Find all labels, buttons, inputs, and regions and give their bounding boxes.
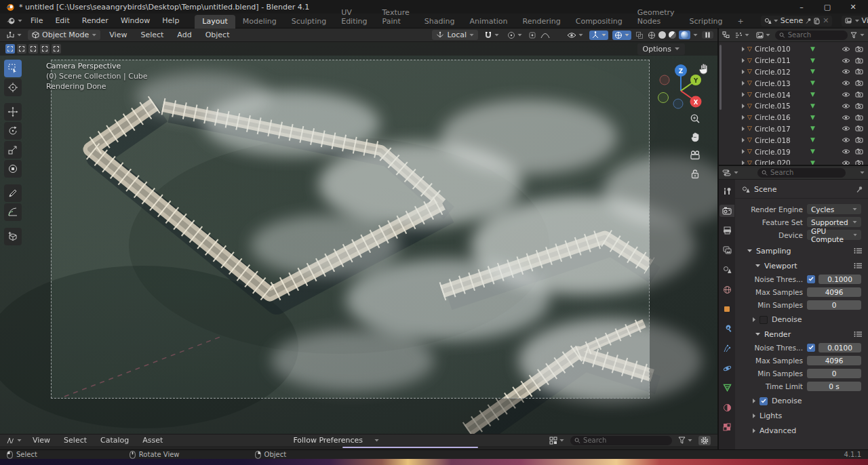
asset-filter-dropdown[interactable] <box>676 436 694 445</box>
expand-chevron-icon[interactable] <box>742 92 745 97</box>
unlink-scene-icon[interactable]: ✕ <box>823 16 829 25</box>
scene-selector[interactable]: Scene ✕ <box>761 16 833 26</box>
disable-render-camera-icon[interactable] <box>855 148 863 155</box>
catalog-filter-dropdown[interactable]: Follow Preferences <box>291 435 381 445</box>
outliner-row[interactable]: ▽ Circle.015 ▼ <box>719 100 868 112</box>
display-mode-dropdown[interactable] <box>733 31 751 39</box>
render-min-samples-field[interactable]: 0 <box>807 369 861 378</box>
select-mode-subtract-button[interactable] <box>28 44 38 54</box>
tab-physics[interactable] <box>719 362 734 374</box>
tab-particles[interactable] <box>719 342 734 355</box>
outliner-row[interactable]: ▽ Circle.013 ▼ <box>719 77 868 89</box>
properties-editor-icon[interactable] <box>722 169 731 177</box>
add-cube-tool[interactable] <box>4 228 22 245</box>
viewport-menu-view[interactable]: View <box>104 30 132 40</box>
tab-animation[interactable]: Animation <box>462 15 515 28</box>
tab-tool[interactable] <box>719 185 734 197</box>
outliner-search[interactable] <box>775 31 848 40</box>
viewport-denoise-toggle[interactable]: Denoise <box>735 313 868 326</box>
camera-view-button[interactable] <box>689 149 701 161</box>
time-limit-field[interactable]: 0 s <box>807 382 861 391</box>
asset-search-input[interactable] <box>583 437 668 444</box>
menu-file[interactable]: File <box>24 15 49 26</box>
tab-render[interactable] <box>719 205 734 217</box>
editor-type-button[interactable] <box>4 31 24 40</box>
asset-menu-catalog[interactable]: Catalog <box>96 435 134 445</box>
select-box-tool[interactable] <box>4 60 22 77</box>
hide-eye-icon[interactable] <box>842 68 850 75</box>
hide-eye-icon[interactable] <box>842 125 850 132</box>
tab-texture-paint[interactable]: Texture Paint <box>375 6 417 28</box>
app-menu-button[interactable] <box>4 16 24 26</box>
outliner-row[interactable]: ▽ Circle.016 ▼ <box>719 112 868 123</box>
perspective-lock-button[interactable] <box>689 167 701 180</box>
asset-menu-asset[interactable]: Asset <box>138 435 167 445</box>
disable-render-camera-icon[interactable] <box>855 80 863 86</box>
render-subsection-header[interactable]: Render <box>735 327 868 341</box>
hide-eye-icon[interactable] <box>842 92 850 98</box>
gizmos-toggle-dropdown[interactable] <box>589 31 608 40</box>
outliner-row[interactable]: ▽ Circle.012 ▼ <box>719 66 868 78</box>
outliner-row[interactable]: ▽ Circle.014 ▼ <box>719 89 868 100</box>
viewlayer-selector[interactable]: ViewLayer ✕ <box>842 16 868 26</box>
menu-edit[interactable]: Edit <box>49 15 75 26</box>
viewport-canvas[interactable]: Options Camera Perspective (0) Scene Col… <box>0 42 717 434</box>
render-engine-dropdown[interactable]: Cycles <box>807 204 861 214</box>
viewport-noise-threshold-field[interactable]: 0.1000 <box>818 275 861 284</box>
properties-search[interactable] <box>757 168 846 178</box>
cursor-tool[interactable] <box>4 79 22 96</box>
rotate-tool[interactable] <box>4 122 22 140</box>
hide-eye-icon[interactable] <box>842 103 850 109</box>
tab-output[interactable] <box>719 224 734 237</box>
select-mode-invert-button[interactable] <box>40 44 50 54</box>
expand-chevron-icon[interactable] <box>742 47 745 52</box>
disable-render-camera-icon[interactable] <box>855 103 863 109</box>
measure-tool[interactable] <box>4 203 22 221</box>
tab-geometry-nodes[interactable]: Geometry Nodes <box>630 6 682 28</box>
outliner-row[interactable]: ▽ Circle.020 ▼ <box>719 157 868 165</box>
hide-eye-icon[interactable] <box>842 80 850 86</box>
menu-help[interactable]: Help <box>156 15 185 26</box>
rendered-shading-icon[interactable] <box>679 31 690 39</box>
proportional-editing-dropdown[interactable] <box>505 31 524 40</box>
expand-chevron-icon[interactable] <box>742 126 745 131</box>
disable-render-camera-icon[interactable] <box>855 92 863 98</box>
disable-render-camera-icon[interactable] <box>855 125 863 132</box>
viewport-menu-object[interactable]: Object <box>201 30 235 40</box>
pin-icon[interactable] <box>856 186 863 193</box>
outliner-row[interactable]: ▽ Circle.018 ▼ <box>719 134 868 146</box>
disable-render-camera-icon[interactable] <box>855 160 863 165</box>
viewport-menu-select[interactable]: Select <box>136 30 168 40</box>
properties-search-input[interactable] <box>770 169 842 176</box>
outliner-filter-image-dropdown[interactable] <box>754 31 772 39</box>
menu-window[interactable]: Window <box>115 15 156 26</box>
tab-sculpting[interactable]: Sculpting <box>284 15 334 28</box>
close-button[interactable]: ✕ <box>849 3 857 12</box>
breadcrumb-scene[interactable]: Scene <box>754 185 777 194</box>
outliner-scrollbar[interactable] <box>719 45 722 110</box>
visibility-dropdown[interactable] <box>565 31 585 39</box>
outliner-editor-icon[interactable] <box>722 31 730 39</box>
zoom-button[interactable] <box>689 113 701 125</box>
tab-compositing[interactable]: Compositing <box>568 15 630 28</box>
disable-render-camera-icon[interactable] <box>855 68 863 75</box>
wireframe-shading-icon[interactable] <box>648 31 656 39</box>
disable-render-camera-icon[interactable] <box>855 58 863 64</box>
preset-menu-icon[interactable] <box>854 331 863 338</box>
expand-chevron-icon[interactable] <box>742 149 745 154</box>
asset-menu-select[interactable]: Select <box>59 435 92 445</box>
tab-object[interactable] <box>719 303 734 315</box>
render-denoise-checkbox[interactable] <box>760 397 768 405</box>
outliner-row[interactable]: ▽ Circle.017 ▼ <box>719 123 868 135</box>
expand-chevron-icon[interactable] <box>742 115 745 120</box>
expand-chevron-icon[interactable] <box>742 81 745 85</box>
render-max-samples-field[interactable]: 4096 <box>807 356 861 365</box>
tab-texture[interactable] <box>719 421 734 433</box>
asset-shelf-editor-button[interactable] <box>4 436 24 445</box>
outliner-row[interactable]: ▽ Circle.010 ▼ <box>719 43 868 55</box>
snap-target-icon[interactable] <box>528 31 536 39</box>
asset-shelf-grip[interactable] <box>342 447 478 448</box>
advanced-section-collapsed[interactable]: Advanced <box>735 424 868 437</box>
lights-section-collapsed[interactable]: Lights <box>735 409 868 422</box>
outliner-row[interactable]: ▽ Circle.011 ▼ <box>719 55 868 66</box>
